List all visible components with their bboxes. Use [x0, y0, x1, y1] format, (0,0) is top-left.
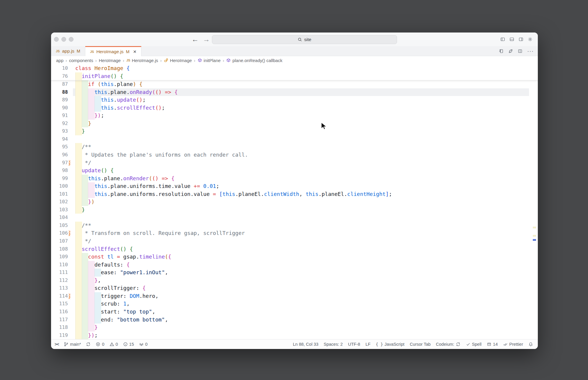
status-bar: ><main*00150 Ln 88, Col 33Spaces: 2UTF-8…	[51, 339, 538, 349]
code-text: this.plane.onReady(() => {	[75, 88, 178, 96]
code-line-114[interactable]: 114 trigger: DOM.hero,	[51, 292, 538, 300]
code-line-108[interactable]: 108 scrollEffect() {	[51, 245, 538, 253]
close-window-button[interactable]	[54, 37, 59, 42]
line-number: 76	[51, 72, 68, 80]
code-line-90[interactable]: 90 this.scrollEffect();	[51, 104, 538, 112]
code-line-96[interactable]: 96 * Updates the plane's uniforms on eac…	[51, 151, 538, 159]
close-tab-icon[interactable]: ✕	[133, 49, 137, 54]
breadcrumb-item[interactable]: HeroImage	[99, 58, 121, 63]
code-line-88[interactable]: 88 this.plane.onReady(() => {	[51, 88, 538, 96]
cursor-position-label: Ln 88, Col 33	[293, 342, 318, 347]
git-branch-label: main*	[70, 342, 81, 347]
code-line-116[interactable]: 116 start: "top top",	[51, 308, 538, 316]
code-line-113[interactable]: 113 scrollTrigger: {	[51, 284, 538, 292]
command-center-search[interactable]: site	[212, 35, 397, 44]
code-line-117[interactable]: 117 end: "bottom bottom",	[51, 316, 538, 324]
code-line-107[interactable]: 107 */	[51, 237, 538, 245]
zoom-window-button[interactable]	[69, 37, 74, 42]
code-line-100[interactable]: 100 this.plane.uniforms.time.value += 0.…	[51, 182, 538, 190]
layout-sidebar-right-icon[interactable]	[519, 37, 523, 42]
code-line-92[interactable]: 92 }	[51, 120, 538, 128]
breadcrumb-item[interactable]: app	[56, 58, 63, 63]
overview-ruler-mark	[533, 227, 536, 228]
code-text: scrollTrigger: {	[75, 284, 146, 292]
settings-gear-icon[interactable]	[528, 37, 533, 42]
code-line-115[interactable]: 115 scrub: 1,	[51, 300, 538, 308]
notifications[interactable]	[528, 342, 533, 347]
code-line-111[interactable]: 111 ease: "power1.inOut",	[51, 269, 538, 277]
code-line-87[interactable]: 87 if (this.plane) {	[51, 80, 538, 88]
code-line-101[interactable]: 101 this.plane.uniforms.resolution.value…	[51, 190, 538, 198]
breadcrumb-item[interactable]: components	[69, 58, 93, 63]
spell-checker[interactable]: Spell	[466, 342, 481, 347]
gutter-marker	[69, 230, 70, 236]
code-line-119[interactable]: 119 });	[51, 332, 538, 340]
minimize-window-button[interactable]	[61, 37, 66, 42]
codeium[interactable]: Codeium:	[436, 342, 460, 347]
git-branch[interactable]: main*	[64, 342, 81, 347]
warnings[interactable]: 0	[110, 342, 118, 347]
compare-changes-icon[interactable]	[508, 49, 513, 53]
gutter-marker	[69, 293, 70, 299]
code-line-94[interactable]: 94	[51, 135, 538, 143]
git-branch-icon	[64, 342, 68, 347]
line-number: 96	[51, 151, 68, 159]
layout-panel-bottom-icon[interactable]	[509, 37, 514, 42]
breadcrumb-item[interactable]: JSHeroImage.js	[126, 58, 158, 63]
line-number: 87	[51, 80, 68, 88]
code-text: class HeroImage {	[75, 64, 130, 72]
cursor-position[interactable]: Ln 88, Col 33	[293, 342, 318, 347]
encoding[interactable]: UTF-8	[348, 342, 360, 347]
infos[interactable]: 15	[123, 342, 134, 347]
code-line-76[interactable]: 76 initPlane() {	[51, 72, 538, 80]
back-button[interactable]: ←	[192, 36, 199, 43]
forward-button[interactable]: →	[203, 36, 210, 43]
code-line-89[interactable]: 89 this.update();	[51, 96, 538, 104]
code-line-104[interactable]: 104	[51, 214, 538, 222]
modified-badge: M	[77, 49, 80, 53]
open-changes-icon[interactable]	[499, 49, 504, 53]
sticky-scroll[interactable]: 10class HeroImage {76 initPlane() {	[51, 64, 538, 80]
cursor-tab[interactable]: Cursor Tab	[410, 342, 431, 347]
split-editor-icon[interactable]	[518, 49, 522, 53]
code-line-110[interactable]: 110 defaults: {	[51, 261, 538, 269]
code-line-105[interactable]: 105 /**	[51, 222, 538, 230]
layout-sidebar-left-icon[interactable]	[500, 37, 505, 42]
code-line-10[interactable]: 10class HeroImage {	[51, 64, 538, 72]
prettier[interactable]: Prettier	[503, 342, 523, 347]
code-line-97[interactable]: 97 */	[51, 159, 538, 167]
code-line-98[interactable]: 98 update() {	[51, 167, 538, 175]
remote-indicator[interactable]: ><	[55, 342, 59, 347]
language-mode[interactable]: { }JavaScript	[376, 342, 404, 347]
code-editor[interactable]: 10class HeroImage {76 initPlane() { 87 i…	[51, 64, 538, 340]
ports[interactable]: 0	[139, 342, 148, 347]
js-file-icon: JS	[56, 49, 60, 53]
errors[interactable]: 0	[96, 342, 104, 347]
code-text: this.scrollEffect();	[75, 104, 165, 112]
code-line-95[interactable]: 95 /**	[51, 143, 538, 151]
todo-count[interactable]: 14	[487, 342, 498, 347]
remote-icon: ><	[55, 342, 59, 347]
code-text: this.update();	[75, 96, 146, 104]
eol[interactable]: LF	[365, 342, 370, 347]
breadcrumb-item[interactable]: initPlane	[197, 58, 221, 63]
code-line-106[interactable]: 106 * Transform on scroll. Require gsap,…	[51, 229, 538, 237]
line-number: 10	[51, 64, 68, 72]
indentation[interactable]: Spaces: 2	[324, 342, 343, 347]
more-actions-icon[interactable]: ···	[527, 48, 534, 54]
code-line-103[interactable]: 103 }	[51, 206, 538, 214]
code-line-91[interactable]: 91 });	[51, 112, 538, 120]
code-line-102[interactable]: 102 })	[51, 198, 538, 206]
code-line-93[interactable]: 93 }	[51, 127, 538, 135]
code-line-112[interactable]: 112 },	[51, 277, 538, 285]
code-line-109[interactable]: 109 const tl = gsap.timeline({	[51, 253, 538, 261]
code-text: });	[75, 332, 98, 340]
tab-heroimage-js[interactable]: JSHeroImage.jsM✕	[85, 46, 141, 56]
code-line-118[interactable]: 118 }	[51, 324, 538, 332]
git-sync[interactable]	[86, 342, 91, 347]
breadcrumb-label: HeroImage	[170, 58, 192, 63]
breadcrumb-item[interactable]: plane.onReady() callback	[226, 58, 282, 63]
tab-app-js[interactable]: JSapp.jsM	[51, 46, 85, 56]
code-line-99[interactable]: 99 this.plane.onRender(() => {	[51, 175, 538, 183]
breadcrumb-item[interactable]: HeroImage	[164, 58, 192, 63]
